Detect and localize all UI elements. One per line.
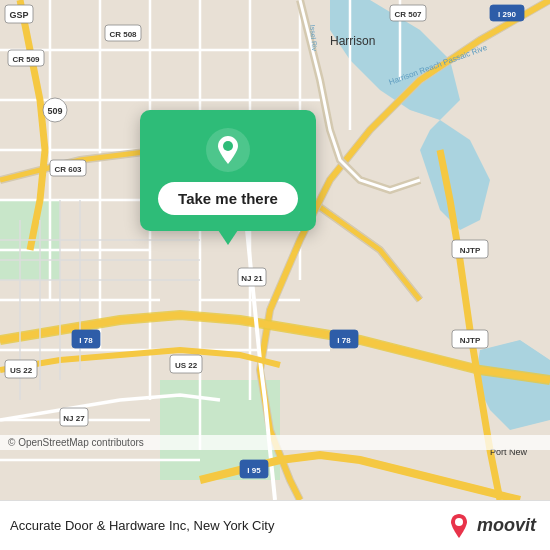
map-container: GSP CR 509 CR 508 CR 603 CR 507 I 290 Ha… — [0, 0, 550, 500]
svg-point-66 — [223, 141, 233, 151]
svg-text:I 95: I 95 — [247, 466, 261, 475]
svg-text:CR 508: CR 508 — [109, 30, 137, 39]
svg-text:I 78: I 78 — [337, 336, 351, 345]
svg-text:US 22: US 22 — [10, 366, 33, 375]
svg-text:NJ 27: NJ 27 — [63, 414, 85, 423]
copyright-notice: © OpenStreetMap contributors — [0, 435, 550, 450]
svg-text:NJ 21: NJ 21 — [241, 274, 263, 283]
svg-text:CR 507: CR 507 — [394, 10, 422, 19]
svg-text:NJTP: NJTP — [460, 336, 481, 345]
svg-text:US 22: US 22 — [175, 361, 198, 370]
moovit-logo: moovit — [445, 512, 536, 540]
svg-text:GSP: GSP — [9, 10, 28, 20]
navigation-popup[interactable]: Take me there — [140, 110, 316, 231]
svg-text:I 78: I 78 — [79, 336, 93, 345]
location-pin-icon — [206, 128, 250, 172]
svg-text:CR 509: CR 509 — [12, 55, 40, 64]
moovit-brand-text: moovit — [477, 515, 536, 536]
svg-text:I 290: I 290 — [498, 10, 516, 19]
moovit-brand-icon — [445, 512, 473, 540]
location-label: Accurate Door & Hardware Inc, New York C… — [10, 518, 274, 533]
svg-text:Harrison: Harrison — [330, 34, 375, 48]
svg-point-67 — [455, 518, 463, 526]
map-svg: GSP CR 509 CR 508 CR 603 CR 507 I 290 Ha… — [0, 0, 550, 500]
bottom-bar: Accurate Door & Hardware Inc, New York C… — [0, 500, 550, 550]
take-me-there-button[interactable]: Take me there — [158, 182, 298, 215]
svg-text:509: 509 — [47, 106, 62, 116]
svg-text:NJTP: NJTP — [460, 246, 481, 255]
svg-text:CR 603: CR 603 — [54, 165, 82, 174]
